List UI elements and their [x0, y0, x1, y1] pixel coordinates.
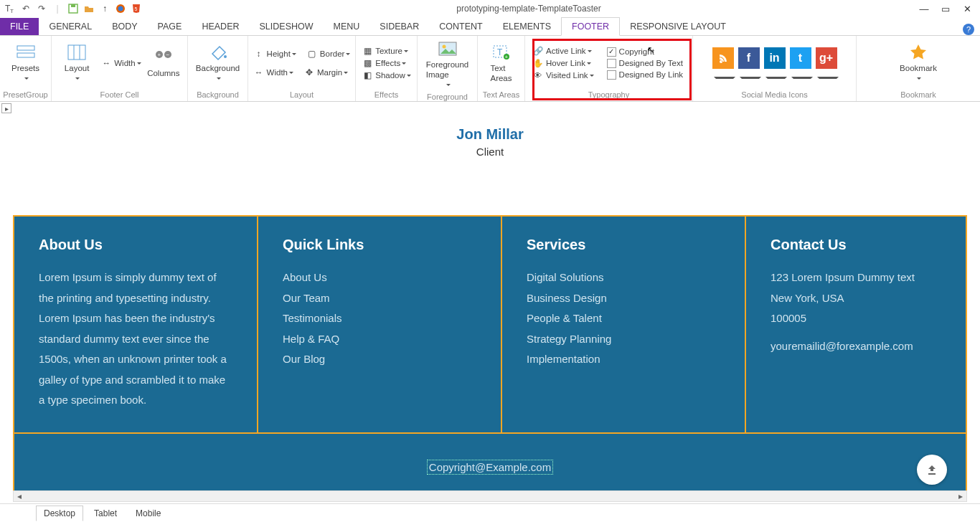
facebook-dropdown[interactable] — [738, 72, 760, 82]
footer-col-services[interactable]: Services Digital Solutions Business Desi… — [502, 217, 746, 432]
tab-footer[interactable]: FOOTER — [561, 17, 620, 36]
person-role[interactable]: Client — [13, 146, 967, 158]
device-desktop[interactable]: Desktop — [36, 506, 83, 521]
text-tool-icon[interactable]: TT — [4, 3, 16, 14]
text-areas-button[interactable]: T+ Text Areas — [482, 41, 520, 85]
twitter-icon[interactable]: t — [790, 47, 811, 69]
open-icon[interactable] — [83, 3, 95, 14]
canvas-area: ▸ Jon Millar Client About Us Lorem Ipsum… — [0, 102, 980, 503]
services-item[interactable]: Digital Solutions — [527, 267, 720, 288]
copyright-checkbox[interactable]: Copyright — [606, 47, 685, 57]
scroll-right-icon[interactable]: ▸ — [955, 491, 966, 501]
svg-rect-9 — [68, 45, 85, 60]
tab-header[interactable]: HEADER — [192, 18, 249, 35]
tab-body[interactable]: BODY — [102, 18, 147, 35]
background-label: Background — [196, 64, 240, 74]
footer-col-about[interactable]: About Us Lorem Ipsum is simply dummy tex… — [14, 217, 258, 432]
quick-item[interactable]: Help & FAQ — [283, 329, 476, 350]
presets-button[interactable]: Presets — [4, 41, 47, 85]
contact-addr1: 123 Lorem Ipsum Dummy text — [771, 267, 941, 288]
contact-email[interactable]: youremailid@forexample.com — [771, 336, 941, 357]
footer-col-contact[interactable]: Contact Us 123 Lorem Ipsum Dummy text Ne… — [746, 217, 966, 432]
shadow-button[interactable]: ◧Shadow — [360, 70, 413, 81]
facebook-icon[interactable]: f — [738, 47, 760, 69]
device-tablet[interactable]: Tablet — [86, 506, 125, 521]
expand-panel-button[interactable]: ▸ — [1, 103, 11, 113]
services-item[interactable]: Implementation — [527, 349, 720, 370]
rss-dropdown[interactable] — [712, 72, 734, 82]
undo-icon[interactable]: ↶ — [20, 3, 32, 14]
svg-text:T: T — [10, 8, 14, 14]
group-text-areas: Text Areas — [478, 89, 524, 101]
visited-link-button[interactable]: 👁Visited Link — [531, 70, 595, 81]
width-icon: ↔ — [100, 58, 112, 68]
designed-text-checkbox[interactable]: Designed By Text — [606, 58, 685, 69]
svg-text:5: 5 — [135, 6, 138, 11]
tab-slideshow[interactable]: SLIDESHOW — [250, 18, 324, 35]
group-typography: Typography — [525, 89, 692, 101]
layout-button[interactable]: Layout — [56, 41, 98, 85]
quick-item[interactable]: Our Blog — [283, 349, 476, 370]
services-item[interactable]: Business Design — [527, 288, 720, 309]
hover-link-button[interactable]: ✋Hover Link — [531, 57, 595, 69]
group-presets: PresetGroup — [0, 89, 51, 101]
height-icon: ↕ — [253, 49, 265, 59]
width-button[interactable]: ↔ Width — [99, 57, 142, 69]
about-title: About Us — [39, 237, 232, 253]
horizontal-scrollbar[interactable]: ◂ ▸ — [13, 490, 967, 502]
hover-icon: ✋ — [532, 58, 544, 68]
bookmark-button[interactable]: Bookmark — [897, 41, 940, 85]
services-item[interactable]: People & Talent — [527, 308, 720, 329]
height-button[interactable]: ↕Height — [252, 48, 298, 60]
quick-item[interactable]: About Us — [283, 267, 476, 288]
tab-sidebar[interactable]: SIDEBAR — [369, 18, 429, 35]
googleplus-icon[interactable]: g+ — [816, 47, 837, 69]
footer-preview[interactable]: About Us Lorem Ipsum is simply dummy tex… — [13, 215, 967, 434]
group-bookmark: Bookmark — [857, 89, 980, 101]
maximize-button[interactable]: ▭ — [937, 4, 954, 14]
googleplus-dropdown[interactable] — [816, 72, 837, 82]
border-button[interactable]: ▢Border — [305, 48, 352, 60]
shadow-icon: ◧ — [362, 70, 373, 80]
html5-icon[interactable]: 5 — [131, 3, 142, 14]
close-button[interactable]: ✕ — [958, 4, 976, 14]
rss-icon[interactable] — [712, 47, 734, 69]
tab-responsive[interactable]: RESPONSIVE LAYOUT — [620, 18, 736, 35]
margin-button[interactable]: ✥Margin — [302, 67, 349, 78]
columns-button[interactable]: +− Columns — [144, 46, 183, 80]
tab-menu[interactable]: MENU — [324, 18, 370, 35]
quick-item[interactable]: Testimonials — [283, 308, 476, 329]
person-name[interactable]: Jon Millar — [13, 126, 967, 143]
width2-button[interactable]: ↔Width — [252, 67, 295, 78]
services-item[interactable]: Strategy Planning — [527, 329, 720, 350]
quick-item[interactable]: Our Team — [283, 288, 476, 309]
save-icon[interactable] — [67, 3, 79, 14]
scroll-top-button[interactable] — [917, 455, 947, 485]
footer-col-quick[interactable]: Quick Links About Us Our Team Testimonia… — [258, 217, 502, 432]
effects-button[interactable]: ▩Effects — [360, 57, 413, 69]
tab-page[interactable]: PAGE — [148, 18, 192, 35]
tab-file[interactable]: FILE — [0, 18, 39, 35]
designed-link-checkbox[interactable]: Designed By Link — [606, 70, 685, 80]
texture-button[interactable]: ▦Texture — [360, 45, 413, 57]
firefox-icon[interactable] — [115, 3, 126, 14]
tab-elements[interactable]: ELEMENTS — [493, 18, 561, 35]
device-mobile[interactable]: Mobile — [128, 506, 169, 521]
group-footer-cell: Footer Cell — [52, 89, 187, 101]
redo-icon[interactable]: ↷ — [36, 3, 47, 14]
tab-content[interactable]: CONTENT — [429, 18, 492, 35]
background-button[interactable]: Background — [192, 41, 243, 85]
image-icon — [437, 39, 458, 59]
linkedin-icon[interactable]: in — [764, 47, 786, 69]
twitter-dropdown[interactable] — [790, 72, 811, 82]
tab-general[interactable]: GENERAL — [39, 18, 102, 35]
scroll-left-icon[interactable]: ◂ — [14, 491, 25, 501]
linkedin-dropdown[interactable] — [764, 72, 786, 82]
copyright-text[interactable]: Copyright@Example.com — [427, 460, 553, 475]
foreground-image-button[interactable]: Foreground Image — [422, 37, 473, 91]
export-up-icon[interactable]: ↑ — [99, 3, 110, 14]
help-icon[interactable]: ? — [963, 24, 974, 35]
minimize-button[interactable]: — — [915, 4, 933, 14]
active-link-button[interactable]: 🔗Active Link — [531, 45, 595, 57]
window-title: prototyping-template-TemplateToaster — [146, 4, 911, 14]
